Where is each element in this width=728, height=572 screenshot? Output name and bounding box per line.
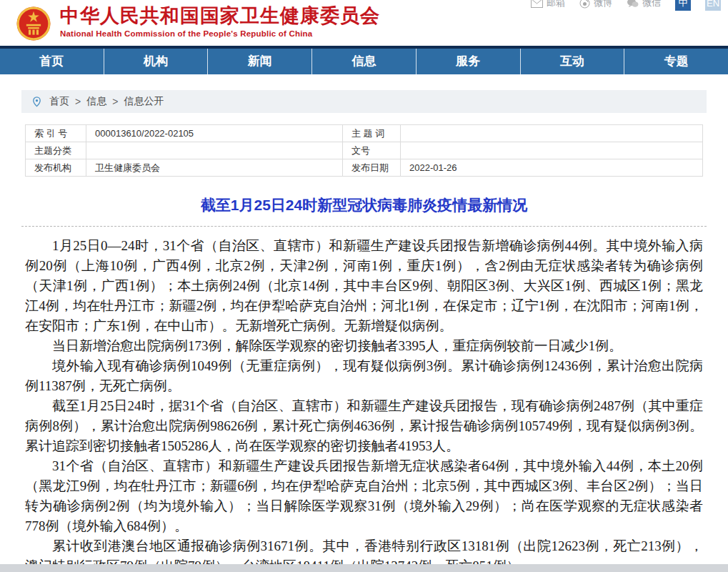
- nav-item-home[interactable]: 首页: [0, 49, 104, 74]
- header-quick-links: 邮箱 微博 微信 中 EN: [531, 0, 721, 11]
- meta-label-doc-no: 文号: [343, 142, 401, 159]
- article-paragraph: 1月25日0—24时，31个省（自治区、直辖市）和新疆生产建设兵团报告新增确诊病…: [25, 236, 703, 336]
- main-nav: 首页 机构 新闻 信息 服务 互动 专题: [0, 46, 728, 74]
- weibo-label: 微博: [594, 0, 612, 9]
- meta-label-index-no: 索 引 号: [26, 125, 86, 142]
- nav-item-info[interactable]: 信息: [312, 49, 417, 74]
- mail-icon: [531, 0, 543, 8]
- meta-label-category: 主题分类: [26, 142, 86, 159]
- nav-item-interact[interactable]: 互动: [521, 49, 625, 74]
- article-paragraph: 当日新增治愈出院病例173例，解除医学观察的密切接触者3395人，重症病例较前一…: [25, 336, 703, 356]
- site-subtitle: National Health Commission of the People…: [60, 29, 380, 38]
- table-row: 发布机构 卫生健康委员会 发布日期 2022-01-26: [26, 159, 703, 177]
- meta-value-pub-date: 2022-01-26: [401, 159, 703, 177]
- mail-link[interactable]: 邮箱: [531, 0, 565, 9]
- article-body: 1月25日0—24时，31个省（自治区、直辖市）和新疆生产建设兵团报告新增确诊病…: [25, 236, 703, 572]
- lang-english-button[interactable]: EN: [705, 0, 721, 11]
- article-paragraph: 31个省（自治区、直辖市）和新疆生产建设兵团报告新增无症状感染者64例，其中境外…: [25, 456, 703, 536]
- table-row: 主题分类 文号: [26, 142, 703, 159]
- meta-value-category: [86, 142, 343, 159]
- meta-value-doc-no: [401, 142, 703, 159]
- national-emblem-icon: [16, 6, 51, 41]
- location-pin-icon: [31, 97, 42, 107]
- nav-item-service[interactable]: 服务: [417, 49, 521, 74]
- page-title: 截至1月25日24时新型冠状病毒肺炎疫情最新情况: [0, 195, 728, 215]
- mail-label: 邮箱: [547, 0, 565, 9]
- nav-item-agency[interactable]: 机构: [104, 49, 209, 74]
- meta-label-pub-date: 发布日期: [343, 159, 401, 177]
- nav-item-special[interactable]: 专题: [624, 49, 728, 74]
- breadcrumb-info-disclosure[interactable]: 信息公开: [124, 95, 164, 108]
- footer-strip: [0, 564, 728, 572]
- article-paragraph: 境外输入现有确诊病例1049例（无重症病例），现有疑似病例3例。累计确诊病例12…: [25, 356, 703, 396]
- page: 中华人民共和国国家卫生健康委员会 National Health Commiss…: [0, 0, 728, 572]
- breadcrumb-separator: >: [75, 96, 81, 107]
- breadcrumb-info[interactable]: 信息: [86, 95, 106, 108]
- lang-chinese-button[interactable]: 中: [675, 0, 691, 11]
- breadcrumb: 首页 > 信息 > 信息公开: [21, 90, 707, 113]
- title-divider: [21, 226, 707, 227]
- weibo-icon: [579, 0, 590, 9]
- document-meta-table: 索 引 号 000013610/2022-02105 主 题 词 主题分类 文号…: [25, 124, 703, 177]
- site-header: 中华人民共和国国家卫生健康委员会 National Health Commiss…: [0, 0, 728, 46]
- meta-label-publisher: 发布机构: [26, 159, 86, 177]
- article-paragraph: 截至1月25日24时，据31个省（自治区、直辖市）和新疆生产建设兵团报告，现有确…: [25, 396, 703, 456]
- wechat-link[interactable]: 微信: [627, 0, 661, 9]
- wechat-label: 微信: [642, 0, 661, 9]
- wechat-icon: [627, 0, 639, 8]
- breadcrumb-home[interactable]: 首页: [49, 95, 69, 108]
- meta-value-publisher: 卫生健康委员会: [86, 159, 343, 177]
- breadcrumb-separator: >: [112, 96, 118, 107]
- weibo-link[interactable]: 微博: [579, 0, 612, 9]
- meta-value-subject: [401, 125, 703, 142]
- meta-label-subject: 主 题 词: [343, 125, 401, 142]
- nav-item-news[interactable]: 新闻: [208, 49, 312, 74]
- site-brand: 中华人民共和国国家卫生健康委员会 National Health Commiss…: [16, 4, 380, 41]
- brand-text: 中华人民共和国国家卫生健康委员会 National Health Commiss…: [60, 4, 380, 38]
- meta-value-index-no: 000013610/2022-02105: [86, 125, 343, 142]
- site-title: 中华人民共和国国家卫生健康委员会: [60, 4, 380, 27]
- table-row: 索 引 号 000013610/2022-02105 主 题 词: [26, 125, 703, 142]
